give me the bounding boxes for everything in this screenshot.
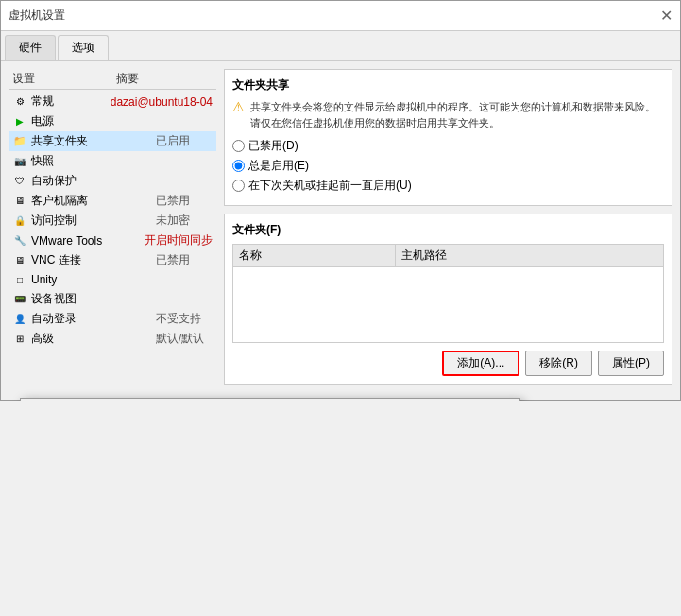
right-panel: 文件夹共享 ⚠ 共享文件夹会将您的文件显示给虚拟机中的程序。这可能为您的计算机和… bbox=[224, 69, 672, 392]
settings-item-power[interactable]: 电源 bbox=[9, 111, 216, 131]
power-icon bbox=[12, 114, 27, 129]
warning-text: 共享文件夹会将您的文件显示给虚拟机中的程序。这可能为您的计算机和数据带来风险。请… bbox=[250, 99, 664, 130]
item-label-autologin: 自动登录 bbox=[31, 311, 152, 327]
content-area: 设置 摘要 常规 dazai@ubuntu18-04 电源 bbox=[1, 61, 680, 400]
settings-item-autologin[interactable]: 自动登录 不受支持 bbox=[9, 309, 216, 329]
main-window: 虚拟机设置 ✕ 硬件 选项 设置 摘要 常规 dazai@ubuntu18-04 bbox=[0, 0, 681, 401]
settings-item-advanced[interactable]: 高级 默认/默认 bbox=[9, 329, 216, 349]
title-bar: 虚拟机设置 ✕ bbox=[1, 1, 680, 31]
radio-nextoff-input[interactable] bbox=[232, 180, 245, 192]
file-table-empty bbox=[233, 267, 664, 343]
item-summary-access: 未加密 bbox=[156, 213, 213, 229]
settings-item-access[interactable]: 访问控制 未加密 bbox=[9, 211, 216, 231]
settings-item-general[interactable]: 常规 dazai@ubuntu18-04 bbox=[9, 92, 216, 111]
col-summary: 摘要 bbox=[116, 71, 139, 87]
item-label-general: 常规 bbox=[31, 94, 107, 110]
access-icon bbox=[12, 214, 27, 229]
add-button[interactable]: 添加(A)... bbox=[442, 351, 519, 376]
warning-icon: ⚠ bbox=[232, 99, 245, 114]
settings-list: 常规 dazai@ubuntu18-04 电源 共享文件夹 已启用 bbox=[9, 92, 216, 349]
tab-options[interactable]: 选项 bbox=[58, 35, 109, 60]
autologin-icon bbox=[12, 312, 27, 327]
col-hostpath: 主机路径 bbox=[396, 245, 664, 267]
button-row: 添加(A)... 移除(R) 属性(P) bbox=[232, 351, 664, 376]
camera-icon bbox=[12, 154, 27, 169]
item-label-snapshot: 快照 bbox=[31, 153, 152, 169]
vmware-icon bbox=[12, 233, 27, 248]
item-label-autoprotect: 自动保护 bbox=[31, 173, 152, 189]
item-summary-shared-folder: 已启用 bbox=[156, 133, 213, 149]
settings-item-unity[interactable]: Unity bbox=[9, 270, 216, 289]
folder-icon bbox=[12, 134, 27, 149]
tab-hardware[interactable]: 硬件 bbox=[5, 35, 56, 60]
radio-nextoff[interactable]: 在下次关机或挂起前一直启用(U) bbox=[232, 178, 664, 194]
item-label-unity: Unity bbox=[31, 273, 152, 286]
settings-item-vnc[interactable]: VNC 连接 已禁用 bbox=[9, 250, 216, 270]
file-table-section: 文件夹(F) 名称 主机路径 添加(A)... bbox=[224, 214, 672, 385]
settings-item-shared-folder[interactable]: 共享文件夹 已启用 bbox=[9, 131, 216, 151]
item-summary-vmwaretools: 开启时间同步 bbox=[145, 232, 213, 248]
item-label-vmwaretools: VMware Tools bbox=[31, 234, 141, 248]
file-table-title: 文件夹(F) bbox=[232, 222, 664, 238]
radio-disabled[interactable]: 已禁用(D) bbox=[232, 138, 664, 154]
remove-button[interactable]: 移除(R) bbox=[525, 351, 592, 376]
item-label-access: 访问控制 bbox=[31, 213, 152, 229]
item-summary-vnc: 已禁用 bbox=[156, 252, 213, 268]
close-icon[interactable]: ✕ bbox=[660, 7, 672, 25]
warning-box: ⚠ 共享文件夹会将您的文件显示给虚拟机中的程序。这可能为您的计算机和数据带来风险… bbox=[232, 99, 664, 130]
radio-always-input[interactable] bbox=[232, 160, 245, 172]
item-summary-general: dazai@ubuntu18-04 bbox=[111, 95, 213, 109]
folder-share-section: 文件夹共享 ⚠ 共享文件夹会将您的文件显示给虚拟机中的程序。这可能为您的计算机和… bbox=[224, 69, 672, 206]
shield-icon bbox=[12, 174, 27, 189]
settings-item-snapshot[interactable]: 快照 bbox=[9, 151, 216, 171]
radio-group: 已禁用(D) 总是启用(E) 在下次关机或挂起前一直启用(U) bbox=[232, 138, 664, 194]
item-label-shared-folder: 共享文件夹 bbox=[31, 133, 152, 149]
settings-item-vmwaretools[interactable]: VMware Tools 开启时间同步 bbox=[9, 231, 216, 250]
settings-item-isolation[interactable]: 客户机隔离 已禁用 bbox=[9, 191, 216, 211]
col-name: 名称 bbox=[233, 245, 396, 267]
advanced-icon bbox=[12, 332, 27, 347]
item-summary-advanced: 默认/默认 bbox=[156, 331, 213, 347]
tab-bar: 硬件 选项 bbox=[1, 31, 680, 61]
isolation-icon bbox=[12, 194, 27, 209]
col-settings: 设置 bbox=[12, 71, 97, 87]
item-label-vnc: VNC 连接 bbox=[31, 252, 152, 268]
gear-icon bbox=[12, 94, 27, 110]
radio-disabled-label: 已禁用(D) bbox=[248, 138, 298, 154]
item-label-isolation: 客户机隔离 bbox=[31, 193, 152, 209]
device-icon bbox=[12, 292, 27, 307]
item-summary-autologin: 不受支持 bbox=[156, 311, 213, 327]
section-header: 设置 摘要 bbox=[9, 69, 216, 90]
left-panel: 设置 摘要 常规 dazai@ubuntu18-04 电源 bbox=[9, 69, 216, 392]
properties-button[interactable]: 属性(P) bbox=[598, 351, 664, 376]
dialog-title-bar: 添加共享文件夹向导 ✕ bbox=[21, 399, 519, 401]
settings-item-autoprotect[interactable]: 自动保护 bbox=[9, 171, 216, 191]
radio-nextoff-label: 在下次关机或挂起前一直启用(U) bbox=[248, 178, 412, 194]
item-label-deviceview: 设备视图 bbox=[31, 291, 152, 307]
vnc-icon bbox=[12, 253, 27, 268]
radio-always-label: 总是启用(E) bbox=[248, 158, 309, 174]
radio-always[interactable]: 总是启用(E) bbox=[232, 158, 664, 174]
folder-share-title: 文件夹共享 bbox=[232, 77, 664, 94]
item-summary-isolation: 已禁用 bbox=[156, 193, 213, 209]
item-label-advanced: 高级 bbox=[31, 331, 152, 347]
radio-disabled-input[interactable] bbox=[232, 140, 245, 152]
add-folder-dialog: 添加共享文件夹向导 ✕ 命名共享文件夹 如何命名此共享文件夹? 主机路径(H) … bbox=[20, 398, 520, 401]
unity-icon bbox=[12, 272, 27, 287]
file-table: 名称 主机路径 bbox=[232, 244, 664, 343]
window-title: 虚拟机设置 bbox=[9, 8, 65, 24]
settings-item-deviceview[interactable]: 设备视图 bbox=[9, 289, 216, 309]
item-label-power: 电源 bbox=[31, 113, 152, 129]
